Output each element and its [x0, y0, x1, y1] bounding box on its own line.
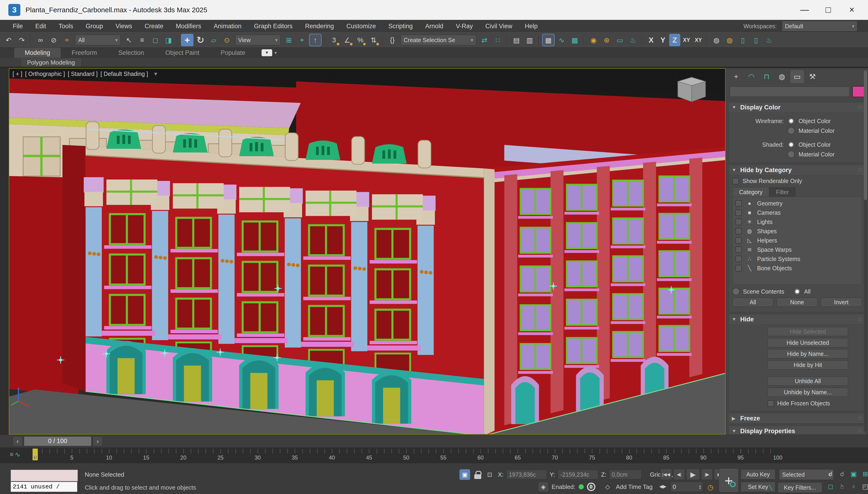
shaded-material-color-radio[interactable]: [788, 151, 795, 158]
ribbon-minimize-button[interactable]: ▼: [262, 49, 272, 56]
category-row-lights[interactable]: ☀Lights: [733, 217, 862, 227]
ribbon-tab-populate[interactable]: Populate: [210, 48, 256, 58]
menu-graph-editors[interactable]: Graph Editors: [248, 20, 299, 32]
arnold-render-icon[interactable]: ◍: [710, 34, 723, 46]
close-button[interactable]: ×: [844, 3, 860, 17]
tab-category[interactable]: Category: [732, 187, 769, 197]
rollout-header-hide[interactable]: ▼ Hide ∷: [729, 314, 865, 325]
hide-by-hit-button[interactable]: Hide by Hit: [768, 360, 848, 369]
select-and-rotate-icon[interactable]: ↻: [194, 34, 207, 46]
ribbon-tab-freeform[interactable]: Freeform: [61, 48, 108, 58]
auto-key-button[interactable]: Auto Key: [741, 469, 775, 479]
ribbon-tab-modeling[interactable]: Modeling: [14, 48, 61, 58]
degradation-level[interactable]: 0: [587, 483, 595, 491]
menu-customize[interactable]: Customize: [340, 20, 382, 32]
minimize-button[interactable]: —: [796, 3, 813, 17]
viewport-menu-pov[interactable]: [ Orthographic ]: [25, 71, 65, 77]
curve-editor-icon[interactable]: ∿: [555, 34, 568, 46]
maximize-viewport-toggle-icon[interactable]: ◰: [860, 481, 868, 492]
window-crossing-toggle-icon[interactable]: ◨: [162, 34, 175, 46]
category-checkbox-bone-objects[interactable]: [735, 265, 742, 271]
selection-filter-dropdown[interactable]: All▾: [75, 35, 120, 45]
zoom-icon[interactable]: ☌: [825, 468, 836, 479]
modify-tab-icon[interactable]: ◠: [744, 70, 758, 83]
spinner-snap-icon[interactable]: ⇅: [367, 34, 380, 46]
unlink-selection-icon[interactable]: ⊘: [48, 34, 60, 46]
material-editor-icon[interactable]: ◉: [587, 34, 600, 46]
x-field[interactable]: 1973,836c: [507, 470, 547, 479]
reference-coordinate-system-dropdown[interactable]: View▾: [235, 35, 281, 45]
category-checkbox-particle-systems[interactable]: [735, 256, 742, 262]
viewport-menu-shading[interactable]: [ Default Shading ]: [100, 71, 148, 77]
show-renderable-only-checkbox[interactable]: [732, 178, 739, 185]
utilities-tab-icon[interactable]: ⚒: [806, 70, 819, 83]
add-time-tag[interactable]: Add Time Tag: [616, 483, 653, 491]
scene-contents-radio[interactable]: [732, 288, 740, 295]
pan-icon[interactable]: ☞: [836, 481, 848, 492]
maxscript-mini-listener[interactable]: [11, 470, 78, 481]
category-checkbox-shapes[interactable]: [735, 228, 742, 234]
rollout-header-hide-by-category[interactable]: ▼ Hide by Category ∷: [729, 165, 865, 175]
zoom-extents-all-icon[interactable]: ⊞: [860, 468, 868, 479]
hide-by-name-button[interactable]: Hide by Name...: [768, 349, 848, 358]
select-and-scale-icon[interactable]: ▱: [207, 34, 220, 46]
toggle-layer-explorer-icon[interactable]: ▥: [523, 34, 536, 46]
menu-modifiers[interactable]: Modifiers: [170, 20, 208, 32]
previous-frame-slider-button[interactable]: ‹: [13, 436, 22, 446]
default-in-out-tangents-icon[interactable]: ╲: [766, 483, 775, 492]
rollout-header-freeze[interactable]: ▶ Freeze ∷: [729, 413, 865, 424]
zoom-all-icon[interactable]: ☌: [837, 468, 847, 479]
menu-rendering[interactable]: Rendering: [299, 20, 340, 32]
menu-animation[interactable]: Animation: [207, 20, 248, 32]
axis-z-button[interactable]: Z: [669, 34, 680, 46]
viewport[interactable]: [ + ] [ Orthographic ] [ Standard ] [ De…: [9, 68, 725, 435]
select-object-icon[interactable]: ↖: [123, 34, 135, 46]
unhide-by-name-button[interactable]: Unhide by Name...: [768, 387, 848, 397]
redo-icon[interactable]: ↷: [16, 34, 28, 46]
toggle-scene-explorer-icon[interactable]: ▤: [510, 34, 523, 46]
category-row-shapes[interactable]: ◍Shapes: [733, 227, 862, 236]
menu-help[interactable]: Help: [518, 20, 544, 32]
category-row-cameras[interactable]: ■Cameras: [733, 208, 862, 217]
shaded-object-color-radio[interactable]: [788, 141, 795, 148]
schematic-view-icon[interactable]: ▩: [568, 34, 581, 46]
viewport-menu-general[interactable]: [ + ]: [13, 71, 22, 77]
object-name-field[interactable]: [730, 87, 849, 97]
named-selection-sets-dropdown[interactable]: Create Selection Se▾: [401, 35, 476, 45]
viewcube[interactable]: [678, 77, 705, 102]
bind-to-space-warp-icon[interactable]: ≈: [61, 34, 73, 46]
category-checkbox-helpers[interactable]: [735, 237, 742, 244]
orbit-icon[interactable]: ♁: [848, 481, 859, 492]
create-tab-icon[interactable]: +: [729, 70, 743, 83]
category-row-bone-objects[interactable]: ╲Bone Objects: [733, 264, 862, 273]
motion-tab-icon[interactable]: ◍: [775, 70, 789, 83]
all-radio[interactable]: [793, 288, 801, 295]
zoom-extents-icon[interactable]: ▣: [848, 468, 859, 479]
menu-file[interactable]: File: [6, 20, 29, 32]
isolate-selection-toggle-icon[interactable]: ▣: [459, 469, 470, 480]
viewport-label[interactable]: [ + ] [ Orthographic ] [ Standard ] [ De…: [13, 71, 158, 77]
frame-nudge-icon[interactable]: ◀▶: [659, 483, 666, 489]
category-checkbox-space-warps[interactable]: [735, 246, 742, 253]
render-production-icon[interactable]: ♨: [627, 34, 639, 46]
polygon-modeling-panel-tab[interactable]: Polygon Modeling: [20, 58, 82, 67]
select-and-link-icon[interactable]: ∞: [34, 34, 47, 46]
track-bar-list-icon[interactable]: ≡: [10, 451, 14, 458]
snaps-toggle-icon[interactable]: 3: [328, 34, 340, 46]
percent-snap-icon[interactable]: %: [354, 34, 366, 46]
wireframe-material-color-radio[interactable]: [788, 127, 795, 134]
snaps-use-axis-constraints-icon[interactable]: XY: [693, 34, 704, 46]
rollout-header-display-properties[interactable]: ▼ Display Properties ∷: [729, 426, 865, 435]
unhide-all-button[interactable]: Unhide All: [768, 377, 848, 386]
hide-unselected-button[interactable]: Hide Unselected: [768, 338, 848, 347]
time-configuration-icon[interactable]: ◷: [705, 482, 716, 492]
viewport-menu-style[interactable]: [ Standard ]: [68, 71, 98, 77]
restore-button[interactable]: □: [820, 3, 836, 17]
category-row-particle-systems[interactable]: ∴Particle Systems: [733, 254, 862, 264]
menu-civil-view[interactable]: Civil View: [479, 20, 519, 32]
menu-edit[interactable]: Edit: [29, 20, 53, 32]
tab-filter[interactable]: Filter: [769, 187, 795, 197]
ribbon-tab-selection[interactable]: Selection: [108, 48, 155, 58]
rendered-frame-window-icon[interactable]: ▭: [614, 34, 626, 46]
scrollbar-thumb[interactable]: [864, 71, 867, 200]
